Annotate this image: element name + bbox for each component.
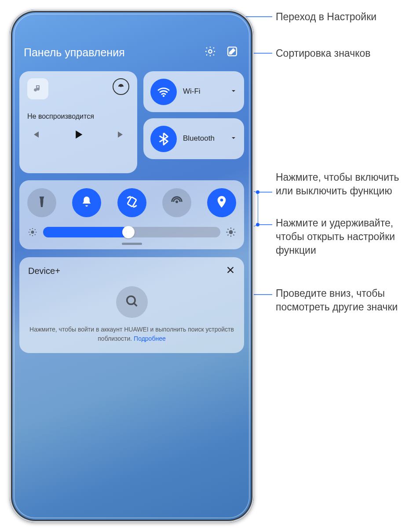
brightness-low-icon	[27, 227, 38, 237]
quick-toggles-panel	[19, 180, 244, 249]
location-toggle[interactable]	[207, 188, 236, 217]
page-title: Панель управления	[24, 46, 196, 59]
search-icon	[124, 294, 139, 310]
chevron-down-icon[interactable]	[230, 87, 237, 96]
device-plus-panel: Device+ Нажмите, чтобы войти в аккаунт H…	[19, 257, 244, 353]
svg-point-18	[31, 231, 34, 234]
phone-mockup: Панель управления	[10, 10, 254, 522]
music-widget[interactable]: Не воспроизводится	[19, 71, 137, 173]
svg-point-27	[229, 230, 233, 234]
slider-thumb[interactable]	[122, 226, 135, 238]
svg-line-33	[234, 235, 234, 236]
play-button[interactable]	[72, 128, 84, 142]
bluetooth-label: Bluetooth	[183, 135, 224, 143]
learn-more-link[interactable]: Подробнее	[134, 335, 166, 342]
prev-track-button[interactable]	[30, 129, 40, 142]
music-status: Не воспроизводится	[27, 113, 129, 120]
search-devices-button[interactable]	[116, 286, 148, 318]
svg-point-14	[121, 86, 121, 87]
music-note-icon	[27, 78, 48, 99]
bell-icon	[80, 195, 94, 211]
device-plus-title: Device+	[28, 266, 60, 276]
hotspot-toggle[interactable]	[162, 188, 191, 217]
svg-point-17	[175, 200, 178, 203]
close-button[interactable]	[226, 265, 235, 277]
brightness-slider[interactable]	[43, 227, 220, 237]
svg-line-32	[228, 229, 229, 230]
hotspot-icon	[170, 195, 184, 211]
rotate-icon	[125, 195, 139, 211]
torch-icon	[35, 195, 49, 211]
wifi-tile[interactable]: Wi-Fi	[143, 71, 244, 112]
edit-icon	[226, 45, 238, 59]
wifi-icon	[150, 79, 177, 105]
cast-icon[interactable]	[113, 78, 129, 95]
torch-toggle[interactable]	[27, 188, 56, 217]
svg-point-12	[208, 50, 212, 53]
brightness-high-icon	[226, 227, 236, 237]
auto-rotate-toggle[interactable]	[117, 188, 146, 217]
svg-line-25	[30, 234, 31, 235]
settings-button[interactable]	[203, 45, 218, 60]
svg-line-26	[35, 230, 36, 230]
svg-line-35	[234, 229, 234, 230]
next-track-button[interactable]	[116, 129, 127, 142]
device-plus-hint: Нажмите, чтобы войти в аккаунт HUAWEI и …	[28, 325, 235, 343]
chevron-down-icon[interactable]	[230, 135, 237, 143]
svg-line-24	[35, 234, 36, 235]
svg-point-15	[163, 95, 164, 97]
svg-rect-16	[127, 197, 136, 207]
svg-line-34	[228, 235, 229, 236]
wifi-label: Wi-Fi	[183, 87, 224, 96]
edit-sort-button[interactable]	[225, 45, 240, 60]
svg-line-23	[30, 230, 31, 230]
bluetooth-icon	[150, 126, 177, 152]
drag-handle[interactable]	[122, 243, 142, 245]
sound-toggle[interactable]	[72, 188, 101, 217]
location-icon	[215, 195, 229, 211]
svg-line-39	[134, 303, 137, 306]
gear-icon	[204, 45, 216, 59]
bluetooth-tile[interactable]: Bluetooth	[143, 118, 244, 159]
